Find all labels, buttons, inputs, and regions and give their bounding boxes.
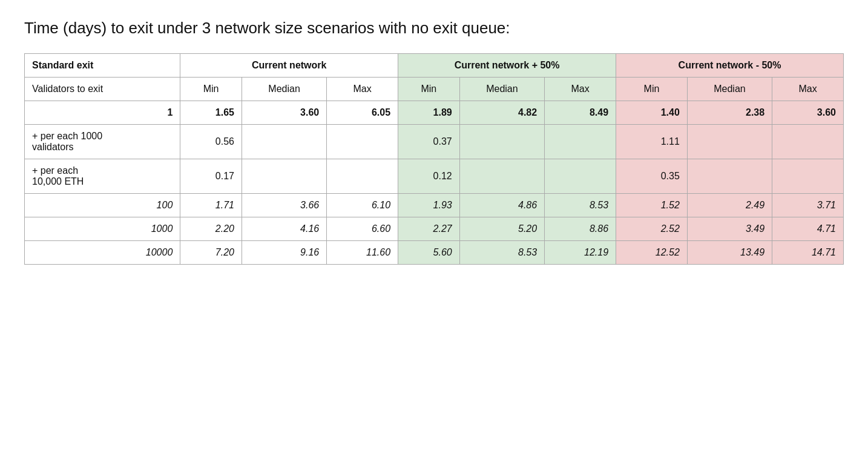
cell-p50_max <box>545 124 616 159</box>
row-label: + per each10,000 ETH <box>25 159 180 193</box>
cell-p50_med <box>459 159 544 193</box>
cell-m50_med <box>687 124 772 159</box>
cell-cur_max: 6.60 <box>327 217 398 240</box>
subheader-m50-med: Median <box>687 77 772 101</box>
row-label: 1000 <box>25 217 180 240</box>
page-title: Time (days) to exit under 3 network size… <box>24 18 844 39</box>
cell-m50_med: 13.49 <box>687 240 772 264</box>
header-minus50: Current network - 50% <box>616 53 844 77</box>
cell-cur_min: 1.65 <box>180 101 242 124</box>
cell-p50_max: 8.53 <box>545 193 616 217</box>
subheader-p50-med: Median <box>459 77 544 101</box>
cell-p50_max <box>545 159 616 193</box>
row-label: 10000 <box>25 240 180 264</box>
row-label: + per each 1000validators <box>25 124 180 159</box>
cell-cur_med: 3.60 <box>242 101 326 124</box>
cell-m50_min: 1.11 <box>616 124 688 159</box>
subheader-cur-max: Max <box>327 77 398 101</box>
subheader-cur-min: Min <box>180 77 242 101</box>
cell-cur_med <box>242 124 326 159</box>
cell-p50_med: 8.53 <box>459 240 544 264</box>
cell-p50_med: 5.20 <box>459 217 544 240</box>
cell-cur_min: 0.17 <box>180 159 242 193</box>
cell-p50_med: 4.86 <box>459 193 544 217</box>
subheader-validators: Validators to exit <box>25 77 180 101</box>
cell-m50_med <box>687 159 772 193</box>
table-row: 100007.209.1611.605.608.5312.1912.5213.4… <box>25 240 844 264</box>
subheader-p50-min: Min <box>398 77 460 101</box>
table-row: 11.653.606.051.894.828.491.402.383.60 <box>25 101 844 124</box>
row-label: 100 <box>25 193 180 217</box>
cell-m50_min: 1.52 <box>616 193 688 217</box>
cell-m50_med: 2.49 <box>687 193 772 217</box>
cell-p50_min: 0.12 <box>398 159 460 193</box>
cell-p50_med <box>459 124 544 159</box>
cell-cur_max: 6.10 <box>327 193 398 217</box>
cell-p50_med: 4.82 <box>459 101 544 124</box>
cell-cur_min: 7.20 <box>180 240 242 264</box>
cell-p50_min: 2.27 <box>398 217 460 240</box>
header-plus50: Current network + 50% <box>398 53 616 77</box>
cell-p50_min: 5.60 <box>398 240 460 264</box>
cell-m50_max: 3.60 <box>772 101 844 124</box>
header-current-network: Current network <box>180 53 398 77</box>
table-row: 10002.204.166.602.275.208.862.523.494.71 <box>25 217 844 240</box>
subheader-m50-min: Min <box>616 77 688 101</box>
cell-cur_min: 1.71 <box>180 193 242 217</box>
cell-p50_max: 8.86 <box>545 217 616 240</box>
cell-m50_max <box>772 124 844 159</box>
table-row: + per each 1000validators0.560.371.11 <box>25 124 844 159</box>
cell-cur_med: 9.16 <box>242 240 326 264</box>
cell-cur_max <box>327 124 398 159</box>
subheader-cur-med: Median <box>242 77 326 101</box>
header-standard: Standard exit <box>25 53 180 77</box>
cell-cur_med <box>242 159 326 193</box>
cell-m50_med: 3.49 <box>687 217 772 240</box>
cell-m50_max: 4.71 <box>772 217 844 240</box>
cell-cur_min: 2.20 <box>180 217 242 240</box>
cell-cur_max <box>327 159 398 193</box>
cell-m50_min: 1.40 <box>616 101 688 124</box>
cell-cur_max: 11.60 <box>327 240 398 264</box>
cell-m50_min: 2.52 <box>616 217 688 240</box>
cell-p50_min: 1.89 <box>398 101 460 124</box>
cell-m50_max <box>772 159 844 193</box>
cell-m50_min: 12.52 <box>616 240 688 264</box>
subheader-p50-max: Max <box>545 77 616 101</box>
cell-cur_min: 0.56 <box>180 124 242 159</box>
cell-cur_max: 6.05 <box>327 101 398 124</box>
cell-p50_min: 0.37 <box>398 124 460 159</box>
cell-p50_min: 1.93 <box>398 193 460 217</box>
cell-cur_med: 4.16 <box>242 217 326 240</box>
cell-m50_max: 3.71 <box>772 193 844 217</box>
row-label: 1 <box>25 101 180 124</box>
table-row: 1001.713.666.101.934.868.531.522.493.71 <box>25 193 844 217</box>
subheader-m50-max: Max <box>772 77 844 101</box>
cell-p50_max: 8.49 <box>545 101 616 124</box>
cell-m50_min: 0.35 <box>616 159 688 193</box>
table-row: + per each10,000 ETH0.170.120.35 <box>25 159 844 193</box>
cell-p50_max: 12.19 <box>545 240 616 264</box>
data-table: Standard exit Current network Current ne… <box>24 53 844 265</box>
cell-m50_max: 14.71 <box>772 240 844 264</box>
cell-cur_med: 3.66 <box>242 193 326 217</box>
cell-m50_med: 2.38 <box>687 101 772 124</box>
